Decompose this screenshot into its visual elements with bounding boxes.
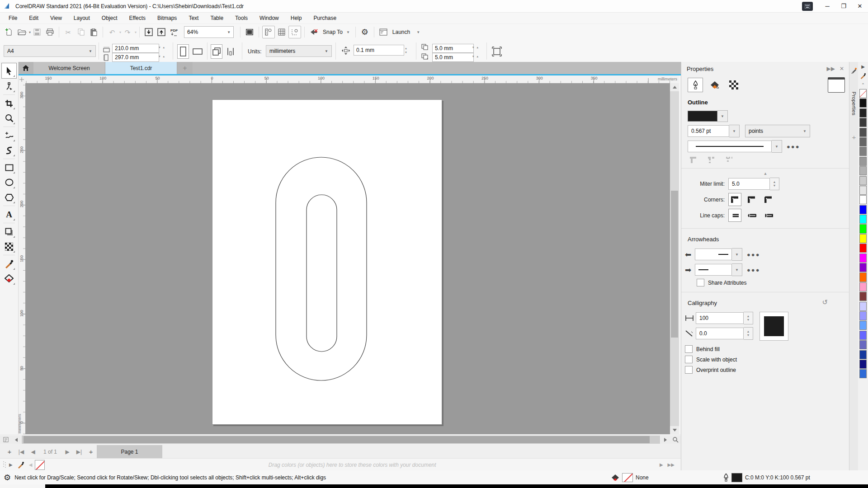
nudge-spinner[interactable]: ▴▾ xyxy=(402,44,410,56)
palette-scroll-end-icon[interactable]: ▶▶ xyxy=(668,462,675,467)
swatch-periwinkle[interactable] xyxy=(859,311,867,320)
nudge-distance-input[interactable]: 0.1 mm xyxy=(354,45,404,56)
swatch-yellow[interactable] xyxy=(859,234,867,243)
miter-limit-input[interactable]: 5.0 xyxy=(728,178,770,190)
home-icon[interactable] xyxy=(18,62,33,74)
fullscreen-preview-icon[interactable] xyxy=(244,26,255,38)
panel-collapse-icon[interactable]: ▶▶ xyxy=(826,66,835,72)
cut-icon[interactable]: ✂ xyxy=(62,26,74,38)
tab-test1-cdr[interactable]: Test1.cdr xyxy=(105,62,177,74)
duplicate-x-input[interactable]: 5.0 mm xyxy=(432,44,474,53)
outline-color-dropdown-icon[interactable]: ▼ xyxy=(717,110,728,122)
tab-fill-icon[interactable] xyxy=(708,78,722,92)
palette-eyedropper-icon[interactable] xyxy=(17,461,24,469)
units-combo[interactable]: millimeters ▼ xyxy=(266,45,332,57)
scale-with-object-checkbox[interactable] xyxy=(685,356,693,363)
swatch-pink[interactable] xyxy=(859,282,867,291)
shape-tool[interactable] xyxy=(2,79,16,94)
zoom-to-page-icon[interactable] xyxy=(670,436,681,444)
swatch-magenta[interactable] xyxy=(859,253,867,263)
menu-edit[interactable]: Edit xyxy=(23,13,44,23)
close-button[interactable]: ✕ xyxy=(852,0,868,12)
crop-tool[interactable] xyxy=(2,96,16,111)
start-arrowhead-combo[interactable] xyxy=(695,249,732,260)
swatch-green[interactable] xyxy=(859,224,867,233)
tab-welcome-screen[interactable]: Welcome Screen xyxy=(33,62,105,74)
menu-table[interactable]: Table xyxy=(204,13,229,23)
cap-round-button[interactable] xyxy=(745,209,758,222)
snap-off-icon[interactable] xyxy=(308,26,320,38)
print-icon[interactable] xyxy=(44,26,56,38)
add-docker-icon[interactable]: + xyxy=(849,133,859,141)
swatch-20-black[interactable] xyxy=(859,176,867,185)
vertical-scroll-thumb[interactable] xyxy=(671,191,678,338)
properties-docker-icon[interactable] xyxy=(851,67,857,74)
tab-transparency-icon[interactable] xyxy=(726,78,741,92)
page-properties-icon[interactable] xyxy=(828,77,845,93)
show-guidelines-icon[interactable] xyxy=(288,26,301,38)
swatch-cyan[interactable] xyxy=(859,215,867,224)
copy-icon[interactable] xyxy=(75,26,87,38)
page-size-preset-combo[interactable]: A4 ▼ xyxy=(4,45,96,57)
numeral-0-object[interactable] xyxy=(212,100,442,424)
snap-to-dropdown[interactable]: Snap To ▼ xyxy=(323,29,350,35)
redo-icon[interactable]: ↷ xyxy=(122,26,133,38)
drawing-canvas[interactable] xyxy=(25,83,670,434)
swatch-white[interactable] xyxy=(859,195,867,204)
zoom-tool[interactable] xyxy=(2,111,16,126)
start-arrowhead-more-icon[interactable]: ●●● xyxy=(747,251,760,258)
scroll-down-icon[interactable] xyxy=(670,426,679,434)
current-page-button[interactable] xyxy=(225,44,237,59)
undo-icon[interactable]: ↶ xyxy=(106,26,118,38)
document-navigator-icon[interactable] xyxy=(0,436,12,444)
interactive-fill-tool[interactable] xyxy=(2,271,16,286)
horizontal-scroll-thumb[interactable] xyxy=(24,436,650,443)
miter-limit-spinner[interactable]: ▲▼ xyxy=(770,178,779,190)
end-arrowhead-combo[interactable] xyxy=(695,264,732,276)
menu-view[interactable]: View xyxy=(44,13,68,23)
palette-eyedropper-icon[interactable] xyxy=(860,73,866,79)
scroll-right-icon[interactable] xyxy=(661,436,670,444)
ruler-origin-button[interactable] xyxy=(18,75,26,84)
all-pages-button[interactable] xyxy=(211,44,222,59)
artistic-media-tool[interactable] xyxy=(2,143,16,158)
transparency-tool[interactable] xyxy=(2,239,16,254)
swatch-black[interactable] xyxy=(859,99,867,108)
outline-width-units-combo[interactable]: points▼ xyxy=(745,125,810,137)
launch-dropdown[interactable]: Launch ▼ xyxy=(392,29,420,35)
color-eyedropper-tool[interactable] xyxy=(2,256,16,271)
add-page-before-button[interactable]: + xyxy=(4,445,15,458)
swatch-40-black[interactable] xyxy=(859,157,867,166)
next-page-button[interactable]: ▶ xyxy=(61,445,73,458)
treat-as-filled-icon[interactable] xyxy=(491,44,503,59)
scroll-up-icon[interactable] xyxy=(670,83,679,91)
page-height-spinner[interactable]: ▾ ▴ xyxy=(159,55,165,58)
menu-tools[interactable]: Tools xyxy=(229,13,254,23)
menu-layout[interactable]: Layout xyxy=(68,13,96,23)
ellipse-tool[interactable] xyxy=(2,175,16,190)
freehand-tool[interactable] xyxy=(2,128,16,143)
options-gear-icon[interactable]: ⚙ xyxy=(359,26,371,38)
swatch-slate-blue[interactable] xyxy=(859,340,867,349)
outline-style-dropdown-icon[interactable]: ▼ xyxy=(772,140,782,153)
cap-butt-button[interactable] xyxy=(728,209,741,222)
stretch-input[interactable]: 100 xyxy=(696,312,744,324)
fill-color-swatch[interactable] xyxy=(622,473,633,482)
start-arrowhead-dropdown-icon[interactable]: ▼ xyxy=(732,248,742,261)
duplicate-x-spinner[interactable]: ▾ ▴ xyxy=(472,46,479,49)
swatch-light-blue[interactable] xyxy=(859,321,867,330)
menu-purchase[interactable]: Purchase xyxy=(307,13,342,23)
end-arrowhead-dropdown-icon[interactable]: ▼ xyxy=(732,263,742,276)
swatch-50-black[interactable] xyxy=(859,147,867,156)
undo-dropdown-icon[interactable]: ▾ xyxy=(119,30,121,34)
swatch-70-black[interactable] xyxy=(859,128,867,137)
redo-dropdown-icon[interactable]: ▾ xyxy=(135,30,137,34)
duplicate-y-input[interactable]: 5.0 mm xyxy=(432,53,474,62)
nib-angle-input[interactable]: 0.0 xyxy=(696,328,744,339)
paste-icon[interactable] xyxy=(88,26,99,38)
document-palette-no-color-swatch[interactable] xyxy=(35,460,45,470)
outline-style-more-icon[interactable]: ●●● xyxy=(787,143,800,150)
previous-page-button[interactable]: ◀ xyxy=(27,445,39,458)
swatch-dark-blue[interactable] xyxy=(859,350,867,359)
menu-file[interactable]: File xyxy=(3,13,23,23)
